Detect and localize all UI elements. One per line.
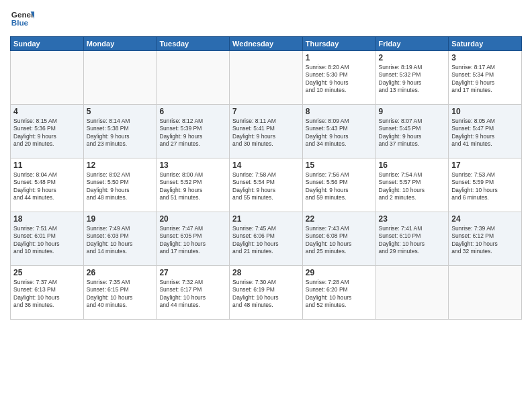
day-info: Sunrise: 7:39 AM Sunset: 6:12 PM Dayligh… — [451, 225, 519, 256]
day-number: 24 — [451, 214, 519, 224]
week-row-5: 25Sunrise: 7:37 AM Sunset: 6:13 PM Dayli… — [11, 266, 522, 320]
day-number: 6 — [159, 107, 226, 116]
day-number: 20 — [159, 214, 226, 224]
day-number: 9 — [379, 107, 446, 116]
weekday-header-friday: Friday — [375, 37, 449, 51]
calendar-cell: 2Sunrise: 8:19 AM Sunset: 5:32 PM Daylig… — [375, 51, 449, 105]
weekday-header-sunday: Sunday — [11, 37, 84, 51]
week-row-3: 11Sunrise: 8:04 AM Sunset: 5:48 PM Dayli… — [11, 158, 522, 212]
calendar-cell: 22Sunrise: 7:43 AM Sunset: 6:08 PM Dayli… — [302, 212, 375, 266]
day-number: 22 — [306, 214, 373, 224]
day-number: 11 — [13, 161, 81, 170]
calendar-cell: 17Sunrise: 7:53 AM Sunset: 5:59 PM Dayli… — [449, 158, 522, 212]
calendar-cell: 4Sunrise: 8:15 AM Sunset: 5:36 PM Daylig… — [11, 105, 84, 158]
day-info: Sunrise: 7:43 AM Sunset: 6:08 PM Dayligh… — [306, 225, 373, 256]
week-row-1: 1Sunrise: 8:20 AM Sunset: 5:30 PM Daylig… — [11, 51, 522, 105]
calendar-cell: 9Sunrise: 8:07 AM Sunset: 5:45 PM Daylig… — [375, 105, 449, 158]
day-number: 17 — [451, 161, 519, 170]
calendar-cell: 29Sunrise: 7:28 AM Sunset: 6:20 PM Dayli… — [302, 266, 375, 320]
calendar-page: General Blue SundayMondayTuesdayWednesda… — [0, 0, 532, 411]
day-info: Sunrise: 7:58 AM Sunset: 5:54 PM Dayligh… — [232, 171, 300, 202]
calendar-cell: 15Sunrise: 7:56 AM Sunset: 5:56 PM Dayli… — [302, 158, 375, 212]
calendar-cell: 18Sunrise: 7:51 AM Sunset: 6:01 PM Dayli… — [11, 212, 84, 266]
day-number: 21 — [232, 214, 300, 224]
calendar-cell — [230, 51, 303, 105]
day-number: 2 — [379, 53, 446, 62]
day-info: Sunrise: 8:14 AM Sunset: 5:38 PM Dayligh… — [87, 118, 154, 148]
day-info: Sunrise: 7:35 AM Sunset: 6:15 PM Dayligh… — [87, 279, 154, 310]
weekday-header-monday: Monday — [83, 37, 157, 51]
day-info: Sunrise: 8:15 AM Sunset: 5:36 PM Dayligh… — [13, 118, 81, 148]
calendar-cell: 7Sunrise: 8:11 AM Sunset: 5:41 PM Daylig… — [230, 105, 303, 158]
calendar-cell — [449, 266, 522, 320]
day-number: 28 — [232, 268, 300, 277]
day-number: 15 — [306, 161, 373, 170]
day-info: Sunrise: 7:53 AM Sunset: 5:59 PM Dayligh… — [451, 171, 519, 202]
day-number: 18 — [13, 214, 81, 224]
day-info: Sunrise: 8:12 AM Sunset: 5:39 PM Dayligh… — [159, 118, 226, 148]
calendar-cell: 16Sunrise: 7:54 AM Sunset: 5:57 PM Dayli… — [375, 158, 449, 212]
day-info: Sunrise: 7:30 AM Sunset: 6:19 PM Dayligh… — [232, 279, 300, 310]
day-info: Sunrise: 8:20 AM Sunset: 5:30 PM Dayligh… — [306, 64, 373, 95]
calendar-cell: 1Sunrise: 8:20 AM Sunset: 5:30 PM Daylig… — [302, 51, 375, 105]
day-info: Sunrise: 7:37 AM Sunset: 6:13 PM Dayligh… — [13, 279, 81, 310]
day-info: Sunrise: 8:17 AM Sunset: 5:34 PM Dayligh… — [451, 64, 519, 95]
day-info: Sunrise: 7:56 AM Sunset: 5:56 PM Dayligh… — [306, 171, 373, 202]
day-info: Sunrise: 7:54 AM Sunset: 5:57 PM Dayligh… — [379, 171, 446, 202]
calendar-cell: 6Sunrise: 8:12 AM Sunset: 5:39 PM Daylig… — [157, 105, 230, 158]
calendar-cell: 8Sunrise: 8:09 AM Sunset: 5:43 PM Daylig… — [302, 105, 375, 158]
day-info: Sunrise: 7:32 AM Sunset: 6:17 PM Dayligh… — [159, 279, 226, 310]
day-number: 4 — [13, 107, 81, 116]
calendar-cell: 25Sunrise: 7:37 AM Sunset: 6:13 PM Dayli… — [11, 266, 84, 320]
day-info: Sunrise: 8:04 AM Sunset: 5:48 PM Dayligh… — [13, 171, 81, 202]
day-info: Sunrise: 7:45 AM Sunset: 6:06 PM Dayligh… — [232, 225, 300, 256]
calendar-cell: 20Sunrise: 7:47 AM Sunset: 6:05 PM Dayli… — [157, 212, 230, 266]
svg-text:Blue: Blue — [11, 18, 29, 27]
header: General Blue — [10, 7, 522, 31]
weekday-header-thursday: Thursday — [302, 37, 375, 51]
day-info: Sunrise: 8:02 AM Sunset: 5:50 PM Dayligh… — [87, 171, 154, 202]
week-row-2: 4Sunrise: 8:15 AM Sunset: 5:36 PM Daylig… — [11, 105, 522, 158]
calendar-cell — [157, 51, 230, 105]
calendar-cell: 10Sunrise: 8:05 AM Sunset: 5:47 PM Dayli… — [449, 105, 522, 158]
calendar-cell: 24Sunrise: 7:39 AM Sunset: 6:12 PM Dayli… — [449, 212, 522, 266]
day-number: 23 — [379, 214, 446, 224]
logo: General Blue — [10, 7, 34, 31]
day-number: 8 — [306, 107, 373, 116]
day-number: 16 — [379, 161, 446, 170]
calendar-cell: 26Sunrise: 7:35 AM Sunset: 6:15 PM Dayli… — [83, 266, 157, 320]
calendar-cell: 5Sunrise: 8:14 AM Sunset: 5:38 PM Daylig… — [83, 105, 157, 158]
day-info: Sunrise: 8:05 AM Sunset: 5:47 PM Dayligh… — [451, 118, 519, 148]
calendar-cell: 27Sunrise: 7:32 AM Sunset: 6:17 PM Dayli… — [157, 266, 230, 320]
weekday-header-row: SundayMondayTuesdayWednesdayThursdayFrid… — [11, 37, 522, 51]
weekday-header-wednesday: Wednesday — [230, 37, 303, 51]
calendar-cell: 11Sunrise: 8:04 AM Sunset: 5:48 PM Dayli… — [11, 158, 84, 212]
day-number: 3 — [451, 53, 519, 62]
day-info: Sunrise: 8:07 AM Sunset: 5:45 PM Dayligh… — [379, 118, 446, 148]
day-info: Sunrise: 7:51 AM Sunset: 6:01 PM Dayligh… — [13, 225, 81, 256]
day-number: 13 — [159, 161, 226, 170]
day-info: Sunrise: 7:49 AM Sunset: 6:03 PM Dayligh… — [87, 225, 154, 256]
day-number: 14 — [232, 161, 300, 170]
day-number: 29 — [306, 268, 373, 277]
day-info: Sunrise: 8:00 AM Sunset: 5:52 PM Dayligh… — [159, 171, 226, 202]
day-info: Sunrise: 7:28 AM Sunset: 6:20 PM Dayligh… — [306, 279, 373, 310]
calendar-table: SundayMondayTuesdayWednesdayThursdayFrid… — [10, 36, 522, 320]
calendar-cell: 13Sunrise: 8:00 AM Sunset: 5:52 PM Dayli… — [157, 158, 230, 212]
day-number: 12 — [87, 161, 154, 170]
calendar-cell: 21Sunrise: 7:45 AM Sunset: 6:06 PM Dayli… — [230, 212, 303, 266]
week-row-4: 18Sunrise: 7:51 AM Sunset: 6:01 PM Dayli… — [11, 212, 522, 266]
weekday-header-tuesday: Tuesday — [157, 37, 230, 51]
day-info: Sunrise: 8:09 AM Sunset: 5:43 PM Dayligh… — [306, 118, 373, 148]
day-number: 7 — [232, 107, 300, 116]
calendar-cell: 12Sunrise: 8:02 AM Sunset: 5:50 PM Dayli… — [83, 158, 157, 212]
calendar-cell: 14Sunrise: 7:58 AM Sunset: 5:54 PM Dayli… — [230, 158, 303, 212]
calendar-cell — [83, 51, 157, 105]
day-number: 19 — [87, 214, 154, 224]
day-number: 5 — [87, 107, 154, 116]
logo-icon: General Blue — [10, 7, 34, 31]
calendar-cell: 19Sunrise: 7:49 AM Sunset: 6:03 PM Dayli… — [83, 212, 157, 266]
weekday-header-saturday: Saturday — [449, 37, 522, 51]
day-info: Sunrise: 8:11 AM Sunset: 5:41 PM Dayligh… — [232, 118, 300, 148]
day-info: Sunrise: 7:41 AM Sunset: 6:10 PM Dayligh… — [379, 225, 446, 256]
